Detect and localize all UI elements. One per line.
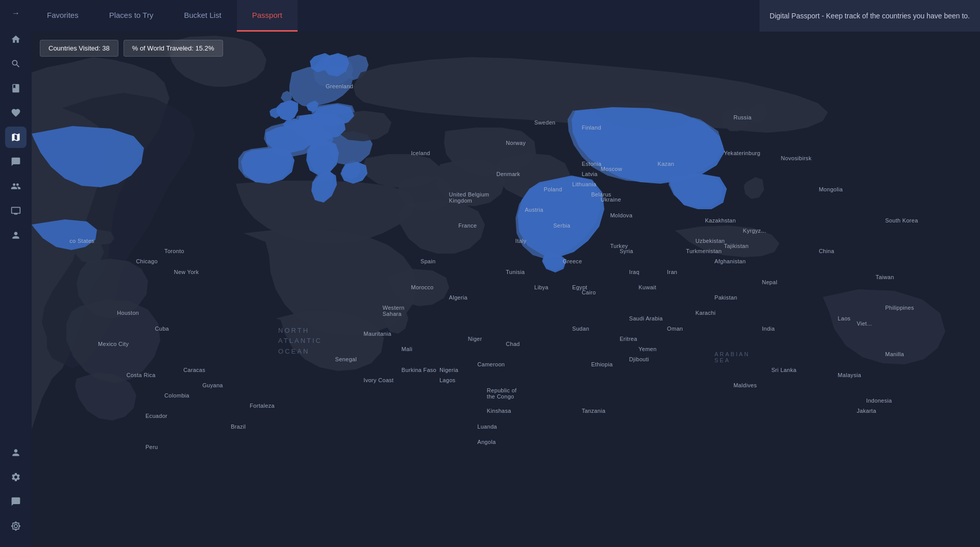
passport-description: Digital Passport - Keep track of the cou…	[760, 0, 980, 32]
settings-icon[interactable]	[5, 466, 27, 488]
world-map-svg[interactable]	[32, 32, 980, 547]
stats-overlay: Countries Visited: 38 % of World Travele…	[40, 40, 223, 57]
map-icon[interactable]	[5, 127, 27, 148]
collapse-arrow-icon[interactable]: →	[5, 5, 27, 21]
world-traveled-badge: % of World Traveled: 15.2%	[124, 40, 223, 57]
tab-places-to-try[interactable]: Places to Try	[94, 0, 169, 32]
top-navigation: Favorites Places to Try Bucket List Pass…	[32, 0, 980, 32]
user-top-icon[interactable]	[5, 225, 27, 246]
people-icon[interactable]	[5, 176, 27, 197]
chat-icon[interactable]	[5, 151, 27, 172]
countries-visited-badge: Countries Visited: 38	[40, 40, 118, 57]
heart-icon[interactable]	[5, 102, 27, 123]
book-icon[interactable]	[5, 78, 27, 99]
tab-passport[interactable]: Passport	[237, 0, 298, 32]
main-content: Favorites Places to Try Bucket List Pass…	[32, 0, 980, 547]
monitor-icon[interactable]	[5, 200, 27, 221]
sidebar-top-icons: →	[5, 5, 27, 442]
nav-tabs: Favorites Places to Try Bucket List Pass…	[32, 0, 298, 32]
sidebar: →	[0, 0, 32, 547]
home-icon[interactable]	[5, 29, 27, 50]
sidebar-bottom-icons	[5, 442, 27, 537]
profile-icon[interactable]	[5, 442, 27, 463]
tab-favorites[interactable]: Favorites	[32, 0, 94, 32]
tab-bucket-list[interactable]: Bucket List	[168, 0, 236, 32]
world-map-container[interactable]: Countries Visited: 38 % of World Travele…	[32, 32, 980, 547]
search-icon[interactable]	[5, 53, 27, 74]
message-icon[interactable]	[5, 491, 27, 512]
brightness-icon[interactable]	[5, 515, 27, 537]
